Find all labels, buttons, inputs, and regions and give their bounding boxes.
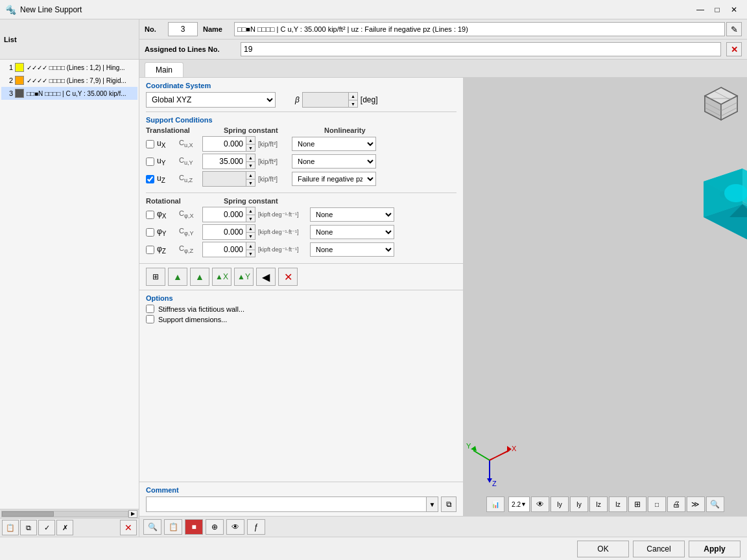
app-icon: 🔩 (5, 5, 16, 15)
bottom-btn-table[interactable]: 📋 (164, 519, 182, 535)
ux-spin-down[interactable]: ▼ (246, 144, 255, 151)
phix-checkbox[interactable] (146, 211, 154, 219)
uy-spin-up[interactable]: ▲ (246, 154, 255, 161)
bottom-btn-func[interactable]: ƒ (247, 519, 265, 535)
assigned-clear-button[interactable]: ✕ (726, 42, 742, 56)
icon-btn-1[interactable]: ⊞ (146, 268, 165, 286)
vp-btn-print[interactable]: 🖨 (667, 496, 685, 512)
no-field[interactable] (168, 22, 198, 36)
maximize-button[interactable]: □ (709, 3, 725, 16)
vp-btn-view[interactable]: □ (648, 496, 666, 512)
phiy-checkbox[interactable] (146, 228, 154, 237)
uz-value-field[interactable] (203, 172, 246, 186)
ux-spin-up[interactable]: ▲ (246, 137, 255, 144)
close-button[interactable]: ✕ (726, 3, 742, 16)
duplicate-button[interactable]: ⧉ (20, 520, 37, 535)
comment-label: Comment (146, 486, 456, 494)
coord-system-label: Coordinate System (146, 82, 456, 89)
beta-field[interactable] (303, 93, 348, 107)
phiy-nonlin-select[interactable]: None (310, 225, 394, 239)
uz-spin-up[interactable]: ▲ (246, 172, 255, 179)
beta-spin-up[interactable]: ▲ (348, 93, 357, 100)
phiy-row: φY Cφ,Y ▲ ▼ [kipft·deg⁻¹·ft⁻¹] (146, 224, 456, 240)
horizontal-scrollbar[interactable]: ▶ (0, 509, 139, 518)
list-item-color (15, 63, 24, 72)
uncheck-button[interactable]: ✗ (56, 520, 73, 535)
vp-btn-iz2[interactable]: Iz (609, 496, 627, 512)
rotational-section: Rotational Spring constant φX Cφ,X ▲ (139, 193, 463, 263)
support-conditions-label: Support Conditions (146, 116, 456, 124)
comment-field[interactable] (147, 497, 426, 511)
icon-btn-5[interactable]: ▲Y (234, 268, 254, 286)
vp-btn-iy[interactable]: Iy (551, 496, 569, 512)
uy-value-field[interactable] (203, 154, 246, 169)
icon-btn-4[interactable]: ▲X (212, 268, 231, 286)
beta-spin-down[interactable]: ▼ (348, 100, 357, 107)
cancel-button[interactable]: Cancel (633, 541, 685, 557)
coordinate-system-section: Coordinate System Global XYZ β ▲ (139, 78, 463, 111)
new-table-button[interactable]: 📋 (2, 520, 19, 535)
cux-label: Cu,X (179, 139, 202, 148)
icon-btn-7[interactable]: ✕ (278, 268, 298, 286)
ux-checkbox[interactable] (146, 140, 154, 148)
phiy-value-field[interactable] (203, 225, 246, 239)
phix-spin-up[interactable]: ▲ (246, 207, 255, 215)
support-icon-toolbar: ⊞ ▲ ▲ ▲X ▲Y ◀ ✕ (139, 263, 463, 290)
phiz-value-field[interactable] (203, 242, 246, 257)
uy-spin-down[interactable]: ▼ (246, 161, 255, 169)
bottom-btn-search[interactable]: 🔍 (143, 519, 161, 535)
vp-btn-iz[interactable]: Iz (589, 496, 608, 512)
icon-btn-3[interactable]: ▲ (190, 268, 209, 286)
bottom-btn-eye2[interactable]: 👁 (226, 519, 244, 535)
phiz-spin-up[interactable]: ▲ (246, 242, 255, 250)
vp-btn-search[interactable]: 🔍 (706, 496, 724, 512)
title-bar: 🔩 New Line Support — □ ✕ (0, 0, 747, 19)
uy-nonlin-select[interactable]: None (292, 154, 376, 169)
tab-main[interactable]: Main (145, 62, 184, 77)
bottom-btn-node[interactable]: ⊕ (206, 519, 224, 535)
vp-btn-eye[interactable]: 👁 (531, 496, 549, 512)
list-item[interactable]: 2 ✓✓✓✓ □□□□ (Lines : 7,9) | Rigid... (1, 74, 137, 87)
vp-btn-iy2[interactable]: Iy (570, 496, 588, 512)
icon-btn-6[interactable]: ◀ (256, 268, 276, 286)
apply-button[interactable]: Apply (689, 541, 741, 557)
icon-btn-2[interactable]: ▲ (168, 268, 187, 286)
phiz-nonlin-select[interactable]: None (310, 242, 394, 257)
ux-value-field[interactable] (203, 137, 246, 151)
vp-btn-filter[interactable]: ⊞ (628, 496, 646, 512)
check-button[interactable]: ✓ (38, 520, 55, 535)
comment-copy-btn[interactable]: ⧉ (441, 496, 456, 512)
phix-spin-down[interactable]: ▼ (246, 215, 255, 222)
list-item[interactable]: 3 □□■N □□□□ | C u,Y : 35.000 kip/f... (1, 87, 137, 100)
name-field[interactable] (234, 22, 725, 36)
scroll-right-btn[interactable]: ▶ (128, 510, 137, 518)
window-controls: — □ ✕ (693, 3, 742, 16)
coord-system-select[interactable]: Global XYZ (146, 92, 276, 108)
zoom-dropdown[interactable]: ▼ (521, 501, 527, 508)
vp-btn-more[interactable]: ≫ (687, 496, 705, 512)
uz-checkbox[interactable] (146, 175, 154, 183)
phiy-spin-down[interactable]: ▼ (246, 232, 255, 239)
minimize-button[interactable]: — (693, 3, 708, 16)
svg-marker-39 (487, 478, 492, 483)
phiz-checkbox[interactable] (146, 246, 154, 254)
vp-btn-table[interactable]: 📊 (486, 496, 504, 512)
uy-checkbox[interactable] (146, 158, 154, 166)
name-edit-button[interactable]: ✎ (726, 22, 742, 36)
delete-button[interactable]: ✕ (120, 520, 137, 535)
assigned-field[interactable] (241, 42, 721, 56)
phiy-spin-up[interactable]: ▲ (246, 225, 255, 232)
option1-checkbox[interactable] (146, 305, 154, 313)
comment-dropdown-btn[interactable]: ▼ (426, 497, 438, 511)
phix-value-field[interactable] (203, 207, 246, 222)
phix-nonlin-select[interactable]: None (310, 207, 394, 222)
uz-nonlin-select[interactable]: Failure if negative pz None (292, 172, 376, 186)
phiz-spin-down[interactable]: ▼ (246, 250, 255, 257)
list-item[interactable]: 1 ✓✓✓✓ □□□□ (Lines : 1,2) | Hing... (1, 61, 137, 74)
list-panel-header: List (0, 19, 139, 59)
ux-nonlin-select[interactable]: None (292, 137, 376, 151)
ok-button[interactable]: OK (577, 541, 629, 557)
option2-checkbox[interactable] (146, 315, 154, 323)
bottom-btn-red[interactable]: ■ (185, 519, 203, 535)
uz-spin-down[interactable]: ▼ (246, 179, 255, 186)
